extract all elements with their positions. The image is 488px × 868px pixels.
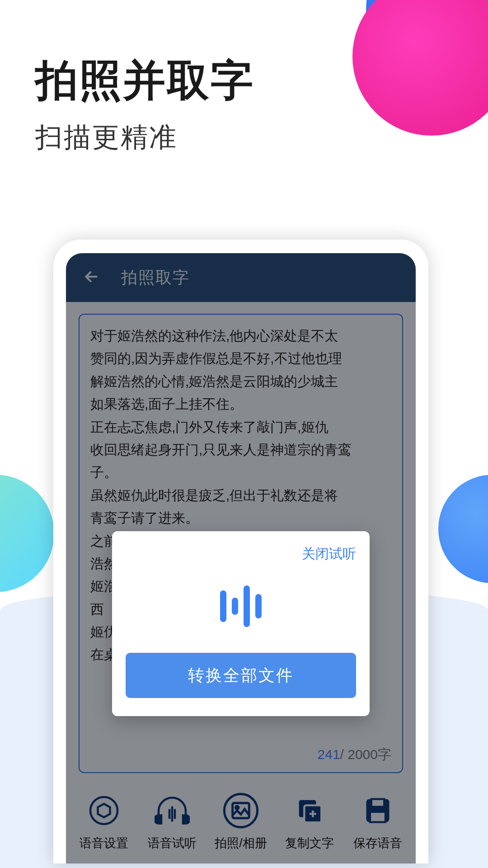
convert-all-button[interactable]: 转换全部文件 — [126, 653, 356, 698]
decor-circle-blue-right — [438, 475, 488, 583]
decor-circle-cyan — [0, 475, 54, 592]
page-subtitle: 扫描更精准 — [35, 119, 254, 156]
phone-mockup: 拍照取字 对于姬浩然的这种作法,他内心深处是不太 赞同的,因为弄虚作假总是不好,… — [53, 240, 428, 863]
decor-circle-pink — [352, 0, 488, 136]
page-headline: 拍照并取字 扫描更精准 — [35, 52, 254, 156]
voice-preview-modal: 关闭试听 转换全部文件 — [112, 531, 370, 716]
audio-wave-icon — [126, 581, 356, 631]
close-preview-link[interactable]: 关闭试听 — [126, 545, 356, 563]
page-title: 拍照并取字 — [35, 52, 254, 109]
phone-screen: 拍照取字 对于姬浩然的这种作法,他内心深处是不太 赞同的,因为弄虚作假总是不好,… — [66, 253, 416, 863]
